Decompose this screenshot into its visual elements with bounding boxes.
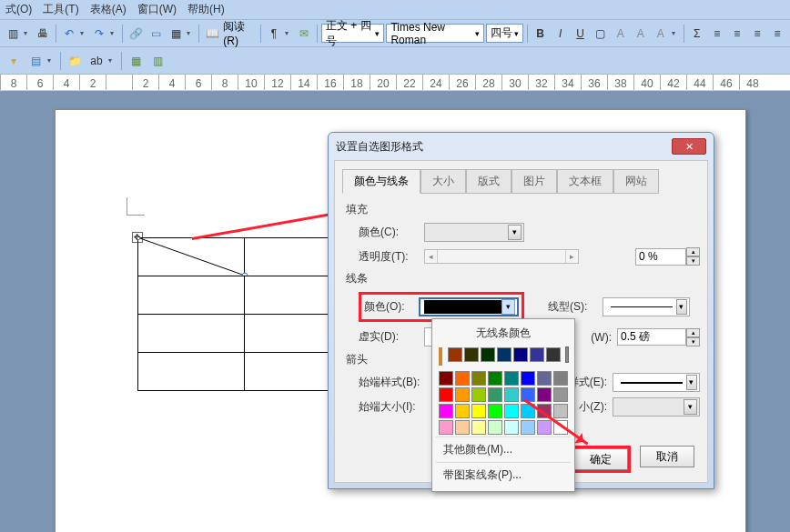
color-swatch[interactable] (537, 420, 552, 435)
tab-layout[interactable]: 版式 (466, 169, 511, 194)
menu-window[interactable]: 窗口(W) (137, 2, 177, 17)
line-type-dropdown[interactable]: ▾ (603, 297, 690, 316)
size-select[interactable]: 四号▾ (486, 24, 523, 43)
menu-table[interactable]: 表格(A) (90, 2, 127, 17)
highlighter-icon[interactable]: ab (86, 51, 106, 71)
color-swatch[interactable] (455, 404, 470, 418)
menu-format[interactable]: 式(O) (5, 2, 32, 17)
color-swatch[interactable] (439, 371, 453, 386)
transparency-slider[interactable]: ◂▸ (424, 249, 579, 264)
tab-web[interactable]: 网站 (613, 169, 659, 194)
paragraph-icon[interactable]: ¶ (265, 24, 283, 44)
auto-color-swatch[interactable] (439, 347, 442, 366)
color-swatch[interactable] (504, 371, 519, 386)
box-icon[interactable]: ▭ (147, 24, 165, 44)
table-shape[interactable] (137, 237, 351, 391)
redo-icon[interactable]: ↷ (90, 24, 108, 44)
cancel-button[interactable]: 取消 (640, 446, 694, 467)
transparency-spinner[interactable]: ▴▾ (635, 247, 700, 266)
ok-button[interactable]: 确定 (573, 448, 628, 470)
standard-toolbar: ▥▾ 🖶 ↶▾ ↷▾ 🔗 ▭ ▦▾ 📖 阅读(R) ¶▾ ✉ 正文 + 四号▾ … (0, 20, 790, 47)
color-swatch[interactable] (497, 347, 511, 362)
print-icon[interactable]: 🖶 (34, 24, 52, 44)
hyperlink-icon[interactable]: 🔗 (127, 24, 145, 44)
tab-colors-lines[interactable]: 颜色与线条 (342, 169, 420, 194)
fill-color-dropdown[interactable]: ▾ (424, 223, 524, 242)
italic-icon[interactable]: I (552, 24, 570, 44)
weight-spinner[interactable]: ▴▾ (617, 328, 700, 346)
transparency-input[interactable] (635, 248, 686, 266)
end-style-dropdown[interactable]: ▾ (613, 373, 700, 392)
align-center-icon[interactable]: ≡ (728, 24, 746, 44)
tab-picture[interactable]: 图片 (511, 169, 557, 194)
color-swatch[interactable] (504, 404, 519, 418)
color-swatch[interactable] (464, 347, 479, 362)
tab-textbox[interactable]: 文本框 (557, 169, 613, 194)
doc-icon[interactable]: ▤ (25, 51, 46, 71)
color-swatch[interactable] (455, 371, 470, 386)
color-swatch[interactable] (439, 420, 453, 435)
color-swatch[interactable] (537, 371, 552, 386)
color-swatch[interactable] (537, 387, 552, 402)
book-icon[interactable]: 📖 (203, 24, 221, 44)
color-swatch[interactable] (553, 387, 568, 402)
color-swatch[interactable] (488, 387, 502, 402)
align-justify-icon[interactable]: ≡ (768, 24, 786, 44)
pattern-lines-item[interactable]: 带图案线条(P)... (436, 462, 571, 487)
color-swatch[interactable] (455, 387, 470, 402)
end-size-dropdown[interactable]: ▾ (613, 397, 700, 417)
dialog-titlebar[interactable]: 设置自选图形格式 ✕ (329, 133, 714, 160)
new-icon[interactable]: ▾ (4, 51, 24, 71)
color-swatch[interactable] (488, 371, 502, 386)
color-swatch[interactable] (471, 420, 486, 435)
save-split-icon[interactable]: ▥ (4, 24, 22, 44)
color-swatch[interactable] (471, 371, 486, 386)
align-left-icon[interactable]: ≡ (708, 24, 726, 44)
weight-input[interactable] (617, 328, 686, 346)
font-select[interactable]: Times New Roman▾ (386, 24, 483, 43)
color-swatch[interactable] (481, 347, 495, 362)
color-swatch[interactable] (455, 420, 470, 435)
style-select[interactable]: 正文 + 四号▾ (321, 24, 385, 43)
color-swatch[interactable] (530, 347, 544, 362)
align-right-icon[interactable]: ≡ (748, 24, 766, 44)
color-swatch[interactable] (504, 387, 519, 402)
color-swatch[interactable] (439, 404, 453, 418)
grid-icon[interactable]: ▦ (126, 51, 146, 71)
bold-icon[interactable]: B (531, 24, 549, 44)
color-swatch-last[interactable] (566, 347, 568, 362)
close-icon[interactable]: ✕ (672, 138, 706, 155)
color-swatch[interactable] (471, 404, 486, 418)
color-swatch[interactable] (546, 347, 561, 362)
formula-icon[interactable]: Σ (688, 24, 706, 44)
menu-tools[interactable]: 工具(T) (43, 2, 78, 17)
send-icon[interactable]: ✉ (295, 24, 313, 44)
char-scale-icon[interactable]: A (632, 24, 650, 44)
color-swatch[interactable] (521, 371, 535, 386)
color-swatch[interactable] (448, 347, 462, 362)
weight-label: (W): (584, 331, 612, 344)
color-swatch[interactable] (521, 420, 535, 435)
color-swatch[interactable] (471, 387, 486, 402)
color-swatch[interactable] (488, 420, 502, 435)
folder-icon[interactable]: 📁 (65, 51, 85, 71)
layout-icon[interactable]: ▥ (147, 51, 167, 71)
char-border-icon[interactable]: A (612, 24, 630, 44)
undo-icon[interactable]: ↶ (60, 24, 78, 44)
color-swatch[interactable] (504, 420, 519, 435)
line-color-dropdown[interactable]: ▾ (419, 297, 519, 316)
color-swatch[interactable] (488, 404, 502, 418)
color-swatch[interactable] (553, 371, 568, 386)
color-swatch[interactable] (553, 404, 568, 418)
color-swatch[interactable] (439, 387, 453, 402)
border-icon[interactable]: ▢ (592, 24, 610, 44)
color-swatch[interactable] (513, 347, 528, 362)
table-icon[interactable]: ▦ (167, 24, 185, 44)
menu-help[interactable]: 帮助(H) (187, 2, 225, 17)
highlight-icon[interactable]: A (652, 24, 670, 44)
underline-icon[interactable]: U (572, 24, 590, 44)
no-line-color-label[interactable]: 无线条颜色 (436, 323, 571, 346)
more-colors-item[interactable]: 其他颜色(M)... (436, 437, 571, 462)
read-mode-button[interactable]: 阅读(R) (223, 19, 257, 47)
tab-size[interactable]: 大小 (420, 169, 466, 194)
